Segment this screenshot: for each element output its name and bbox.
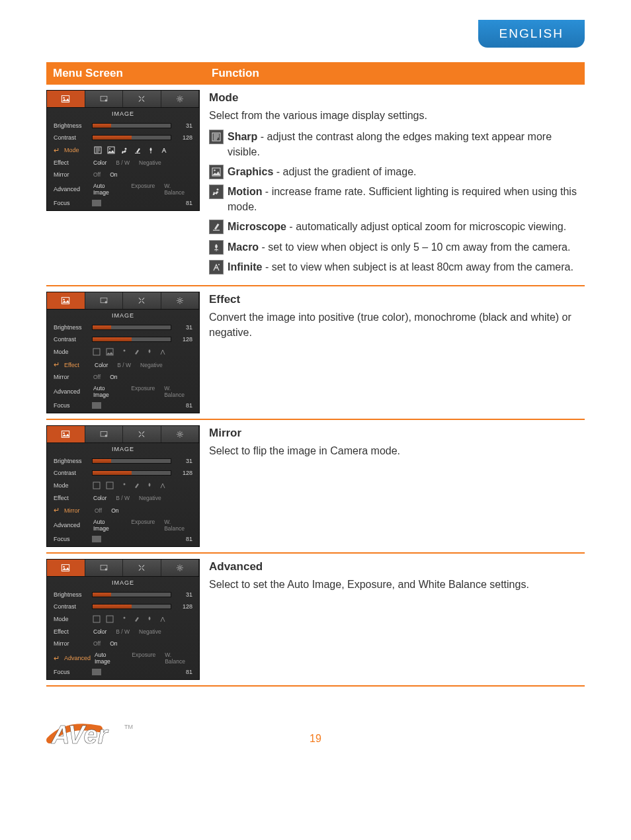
sharp-icon	[92, 481, 101, 490]
osd-effect-negative: Negative	[140, 362, 163, 368]
mode-text-macro: - set to view when object is only 5 – 10…	[259, 241, 570, 253]
osd-focus-label: Focus	[54, 402, 92, 409]
svg-point-12	[214, 169, 215, 171]
graphics-icon	[106, 146, 116, 155]
osd-effect-negative: Negative	[139, 159, 161, 166]
mode-name-motion: Motion	[228, 186, 262, 197]
flag-icon	[92, 669, 101, 675]
sharp-icon	[92, 347, 101, 357]
svg-rect-16	[62, 298, 69, 304]
svg-point-13	[217, 189, 219, 190]
motion-icon	[209, 185, 224, 199]
svg-rect-9	[135, 153, 140, 153]
enter-arrow-icon: ↵	[54, 654, 62, 663]
osd-advanced-label: Advanced	[54, 522, 92, 528]
osd-tab-settings-icon	[161, 91, 200, 107]
osd-tab-presentation-icon	[85, 91, 124, 107]
svg-text:AVer: AVer	[51, 721, 109, 749]
macro-icon	[145, 481, 154, 490]
microscope-icon	[209, 220, 224, 234]
mode-text-infinite: - set to view when subject is at least 8…	[262, 261, 573, 273]
function-title-mode: Mode	[209, 90, 581, 106]
svg-rect-37	[93, 616, 100, 622]
osd-mirror-off: Off	[93, 640, 101, 647]
svg-rect-30	[106, 482, 113, 489]
osd-contrast-label: Contrast	[54, 470, 92, 476]
osd-adv-wbalance: W. Balance	[164, 519, 192, 532]
svg-rect-38	[106, 616, 113, 622]
osd-mirror-off: Off	[93, 374, 101, 380]
osd-effect-color: Color	[93, 628, 106, 635]
macro-icon	[145, 347, 154, 357]
osd-screenshot-effect: IMAGE Brightness31 Contrast128 Mode ↵Eff…	[46, 292, 200, 413]
osd-mirror-on: On	[110, 374, 117, 380]
sharp-icon	[92, 614, 101, 624]
osd-adv-exposure: Exposure	[131, 519, 155, 532]
svg-point-7	[109, 148, 110, 149]
graphics-icon	[209, 165, 224, 179]
svg-point-23	[124, 350, 126, 352]
mode-name-macro: Macro	[228, 241, 259, 253]
osd-tab-presentation-icon	[85, 560, 124, 576]
osd-mirror-label: Mirror	[54, 171, 92, 178]
macro-icon	[145, 614, 154, 624]
osd-effect-label: Effect	[54, 628, 92, 635]
osd-brightness-value: 31	[178, 458, 192, 464]
osd-title: IMAGE	[47, 310, 199, 321]
mode-name-microscope: Microscope	[228, 221, 286, 232]
osd-contrast-value: 128	[178, 470, 192, 476]
table-header-row: Menu Screen Function	[46, 62, 585, 85]
osd-focus-value: 81	[186, 200, 192, 206]
osd-title: IMAGE	[47, 443, 199, 455]
svg-point-20	[179, 300, 181, 302]
osd-screenshot-mode: IMAGE Brightness31 Contrast128 ↵Mode Eff…	[46, 90, 200, 211]
osd-mirror-label: Mirror	[54, 374, 92, 380]
osd-tab-tools-icon	[123, 292, 161, 309]
osd-brightness-label: Brightness	[54, 458, 92, 464]
osd-adv-wbalance: W. Balance	[164, 183, 192, 196]
osd-contrast-label: Contrast	[54, 134, 92, 141]
motion-icon	[118, 614, 128, 624]
osd-focus-label: Focus	[54, 669, 92, 675]
macro-icon	[146, 146, 155, 155]
svg-point-28	[179, 433, 181, 436]
svg-point-4	[179, 98, 181, 101]
osd-effect-bw: B / W	[116, 159, 130, 166]
mode-text-microscope: - automatically adjust optical zoom for …	[286, 221, 566, 232]
motion-icon	[120, 146, 129, 155]
osd-tab-tools-icon	[123, 426, 161, 442]
table-row: IMAGE Brightness31 Contrast128 Mode ↵Eff…	[46, 286, 585, 420]
osd-mode-label: Mode	[64, 147, 93, 153]
svg-rect-32	[62, 565, 69, 571]
osd-tab-tools-icon	[123, 560, 161, 576]
osd-effect-negative: Negative	[139, 495, 161, 501]
flag-icon	[92, 536, 101, 542]
osd-tab-image-icon	[47, 292, 85, 309]
osd-mirror-label: Mirror	[54, 640, 92, 647]
osd-advanced-label: Advanced	[54, 186, 92, 192]
osd-mirror-label: Mirror	[64, 507, 93, 514]
osd-effect-label: Effect	[64, 362, 93, 368]
osd-mirror-off: Off	[95, 507, 102, 514]
osd-brightness-value: 31	[178, 324, 192, 331]
page-number: 19	[310, 733, 321, 745]
sharp-icon	[209, 130, 224, 144]
osd-adv-exposure: Exposure	[131, 385, 155, 398]
infinite-icon	[158, 481, 167, 490]
osd-contrast-value: 128	[178, 603, 192, 610]
function-title-effect: Effect	[209, 292, 581, 308]
graphics-icon	[105, 481, 114, 490]
osd-adv-autoimage: Auto Image	[93, 183, 122, 196]
osd-contrast-label: Contrast	[54, 336, 92, 343]
col-header-menu-screen: Menu Screen	[46, 63, 205, 83]
osd-adv-exposure: Exposure	[132, 651, 155, 665]
osd-contrast-value: 128	[178, 134, 192, 141]
osd-mode-label: Mode	[54, 349, 92, 355]
osd-effect-label: Effect	[54, 495, 92, 501]
mode-text-sharp: - adjust the contrast along the edges ma…	[228, 131, 552, 157]
osd-mirror-on: On	[111, 507, 118, 514]
enter-arrow-icon: ↵	[54, 146, 62, 155]
osd-effect-bw: B / W	[117, 362, 131, 368]
enter-arrow-icon: ↵	[54, 506, 62, 515]
osd-contrast-value: 128	[178, 336, 192, 343]
